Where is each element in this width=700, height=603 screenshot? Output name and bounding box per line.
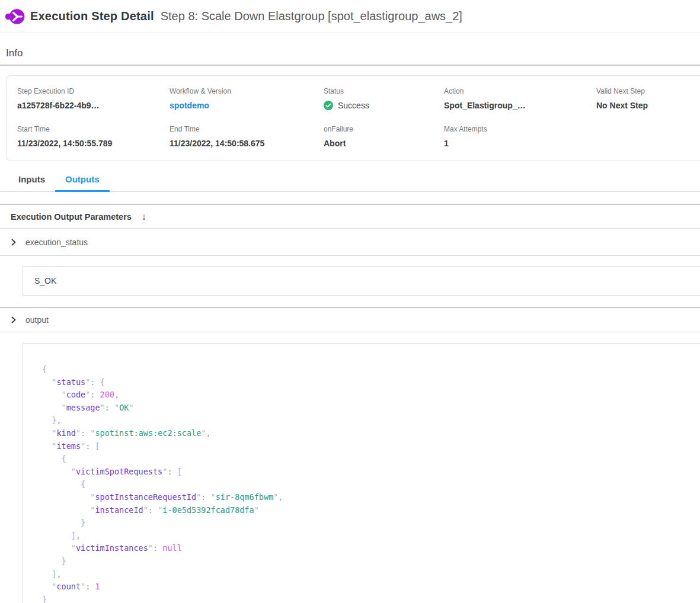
- execution-output-parameters-bar: Execution Output Parameters ↓: [0, 205, 700, 228]
- param-name: output: [25, 315, 49, 325]
- divider: [0, 332, 700, 332]
- sort-descending-icon[interactable]: ↓: [142, 212, 146, 222]
- field-value: No Next Step: [596, 101, 700, 110]
- field-label: Workflow & Version: [170, 87, 324, 95]
- status-text: Success: [338, 101, 369, 110]
- field-max-attempts: Max Attempts 1: [444, 125, 596, 148]
- success-check-icon: [324, 101, 333, 110]
- step-info-card: Step Execution ID a125728f-6b22-4b9… Wor…: [6, 75, 700, 161]
- output-json-box: { "status": { "code": 200, "message": "O…: [23, 343, 700, 603]
- execution-status-value-box: S_OK: [23, 266, 700, 296]
- resolve-logo-icon: [5, 7, 25, 26]
- execution-status-value: S_OK: [34, 276, 56, 286]
- field-start-time: Start Time 11/23/2022, 14:50:55.789: [17, 125, 170, 148]
- param-row-output[interactable]: output: [0, 308, 700, 332]
- field-label: Action: [444, 87, 596, 95]
- field-value: Spot_Elastigroup_…: [444, 101, 596, 110]
- field-workflow-version: Workflow & Version spotdemo: [170, 87, 324, 110]
- field-label: Step Execution ID: [17, 87, 170, 95]
- field-value: 1: [444, 139, 596, 148]
- field-label: Start Time: [17, 125, 170, 133]
- field-value: a125728f-6b22-4b9…: [17, 101, 170, 110]
- field-step-execution-id: Step Execution ID a125728f-6b22-4b9…: [17, 87, 170, 110]
- field-value: 11/23/2022, 14:50:55.789: [17, 139, 170, 148]
- page-header: Execution Step Detail Step 8: Scale Down…: [0, 0, 700, 33]
- divider: [0, 65, 700, 66]
- chevron-right-icon: [10, 316, 17, 323]
- field-label: Valid Next Step: [596, 87, 700, 95]
- page-title: Execution Step Detail: [30, 9, 154, 23]
- field-status: Status Success: [324, 87, 444, 110]
- output-json-code: { "status": { "code": 200, "message": "O…: [42, 363, 700, 603]
- field-label: Max Attempts: [444, 125, 596, 133]
- execution-output-parameters-title: Execution Output Parameters: [11, 212, 132, 222]
- status-badge: Success: [324, 101, 444, 110]
- field-label: End Time: [170, 125, 324, 133]
- field-value: 11/23/2022, 14:50:58.675: [170, 139, 324, 148]
- chevron-right-icon: [10, 239, 17, 246]
- field-label: Status: [324, 87, 444, 95]
- param-name: execution_status: [25, 238, 88, 247]
- page-subtitle: Step 8: Scale Down Elastgroup [spot_elas…: [161, 9, 462, 23]
- inputs-outputs-tabs: Inputs Outputs: [0, 174, 700, 192]
- field-value: Abort: [324, 139, 444, 148]
- tab-outputs[interactable]: Outputs: [55, 174, 110, 192]
- field-action: Action Spot_Elastigroup_…: [444, 87, 596, 110]
- info-section-heading: Info: [0, 33, 700, 59]
- field-valid-next-step: Valid Next Step No Next Step: [596, 87, 700, 110]
- workflow-link[interactable]: spotdemo: [170, 101, 324, 110]
- param-row-execution-status[interactable]: execution_status: [0, 229, 700, 255]
- tab-inputs[interactable]: Inputs: [8, 174, 55, 192]
- field-onfailure: onFailure Abort: [324, 125, 444, 148]
- divider: [0, 255, 700, 256]
- field-label: onFailure: [324, 125, 444, 133]
- field-end-time: End Time 11/23/2022, 14:50:58.675: [170, 125, 324, 148]
